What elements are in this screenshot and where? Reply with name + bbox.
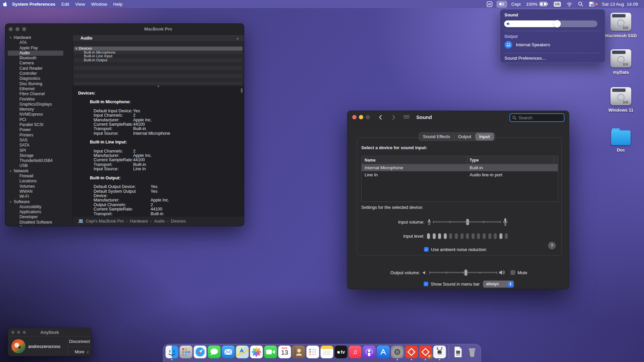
menu-app-name[interactable]: System Preferences [12,2,55,7]
table-header[interactable]: Name Type [362,156,558,164]
dock-gripper-icon[interactable] [433,346,446,358]
table-row-line-in[interactable]: Line InAudio line-in port [362,171,558,178]
ambient-noise-checkbox[interactable]: ✓ [424,247,429,252]
sidebar-item-wi-fi[interactable]: Wi-Fi [5,194,72,199]
popover-volume-slider[interactable] [504,20,597,27]
sidebar-item-firewall[interactable]: Firewall [5,174,72,179]
mute-checkbox[interactable]: ✓ [511,270,515,275]
sidebar-item-sas[interactable]: SAS [5,138,72,143]
column-name[interactable]: Name [365,156,376,164]
sidebar-item-audio[interactable]: Audio [5,51,72,56]
sidebar-item-apple-pay[interactable]: Apple Pay [5,46,72,51]
sidebar-item-volumes[interactable]: Volumes [5,184,72,189]
dock-music-icon[interactable]: ♫ [349,346,362,358]
dock-mail-icon[interactable] [222,346,235,358]
sidebar-item-disabled-software[interactable]: Disabled Software [5,220,72,225]
help-button[interactable]: ? [548,242,556,249]
zoom-button[interactable] [22,27,26,31]
anydesk-status-item[interactable] [484,0,495,8]
tab-output[interactable]: Output [454,133,475,140]
sound-titlebar[interactable]: Sound [347,111,569,124]
dock-system-preferences-icon[interactable]: ⚙ [391,346,404,358]
user-menu[interactable]: Cepi [508,0,523,8]
input-volume-slider[interactable] [433,218,500,226]
dock-reminders-icon[interactable] [307,346,319,358]
disconnect-button[interactable]: Disconnect [68,337,91,347]
output-device-item[interactable]: Internal Speakers [504,40,550,49]
output-volume-knob[interactable] [465,269,468,276]
column-type[interactable]: Type [470,156,479,164]
sidebar-item-spi[interactable]: SPI [5,148,72,153]
dock-finder-icon[interactable] [166,346,178,358]
dock-safari-icon[interactable] [194,346,207,358]
sidebar-item-disc-burning[interactable]: Disc Burning [5,81,72,86]
dock-maps-icon[interactable] [236,346,249,358]
details-scrollbar[interactable] [241,88,243,93]
popover-volume-knob[interactable] [553,20,561,27]
dock-anydesk-icon[interactable] [405,346,418,358]
show-all-grid-icon[interactable] [404,115,409,119]
dock-facetime-icon[interactable] [264,346,277,358]
desktop-icon-doc[interactable]: Doc [602,128,639,153]
apple-menu[interactable] [0,1,10,7]
close-button[interactable] [9,27,13,31]
anydesk-titlebar[interactable]: AnyDesk [8,328,91,337]
menu-view[interactable]: View [75,2,85,7]
sidebar-item-fibre-channel[interactable]: Fibre Channel [5,92,72,97]
sidebar-item-printers[interactable]: Printers [5,133,72,138]
sidebar-item-locations[interactable]: Locations [5,179,72,184]
sidebar-item-diagnostics[interactable]: Diagnostics [5,76,72,81]
menu-edit[interactable]: Edit [61,2,69,7]
search-field[interactable] [509,113,565,122]
sysinfo-titlebar[interactable]: MacBook Pro [5,24,244,35]
sidebar-item-storage[interactable]: Storage [5,153,72,158]
menu-help[interactable]: Help [113,2,122,7]
more-button[interactable]: More ∨ [68,347,91,357]
sidebar-item-extensions[interactable]: Extensions [5,225,72,226]
zoom-button[interactable] [366,115,370,119]
tree-row-built-in-output[interactable]: Built-in Output [74,58,243,62]
sidebar-item-controller[interactable]: Controller [5,71,72,76]
dock-notes-icon[interactable] [321,346,333,358]
sidebar-item-parallel-scsi[interactable]: Parallel SCSI [5,122,72,127]
tree-row-devices[interactable]: ∨Devices [74,47,243,51]
desktop-icon-mydata[interactable]: myData [602,49,639,75]
sidebar-section-hardware[interactable]: ∨Hardware [5,35,72,40]
close-button[interactable] [352,115,357,119]
dock-appletv-icon[interactable]: tv [335,346,347,358]
sidebar-section-network[interactable]: ∨Network [5,169,72,174]
dock-podcasts-icon[interactable] [363,346,376,358]
sidebar-item-firewire[interactable]: FireWire [5,97,72,102]
minimize-button[interactable] [359,115,363,119]
tab-sound-effects[interactable]: Sound Effects [419,133,454,140]
control-center-item[interactable] [586,0,599,8]
search-input[interactable] [518,115,562,121]
menu-bar-visibility-select[interactable]: always [483,281,514,288]
sidebar-item-nvmexpress[interactable]: NVMExpress [5,112,72,117]
keyboard-layout-item[interactable]: US [551,0,564,8]
forward-button[interactable] [390,114,396,120]
back-button[interactable] [378,114,384,120]
desktop-icon-macintosh-ssd[interactable]: Macintosh SSD [602,13,639,38]
audio-section-header[interactable]: Audio ∧ [73,35,244,42]
desktop-icon-windows-11[interactable]: Windows 11 [602,87,639,113]
spotlight-item[interactable] [575,0,586,8]
tab-input[interactable]: Input [475,133,494,140]
sidebar-item-accessibility[interactable]: Accessibility [5,204,72,209]
sidebar-item-thunderbolt-usb4[interactable]: Thunderbolt/USB4 [5,158,72,163]
dock-anydesk-session-icon[interactable] [419,346,432,358]
sidebar-item-camera[interactable]: Camera [5,61,72,66]
collapse-chevron-icon[interactable]: ∧ [236,35,239,42]
minimize-button[interactable] [17,331,20,334]
sidebar-item-power[interactable]: Power [5,127,72,132]
minimize-button[interactable] [15,27,19,31]
sidebar-item-sata[interactable]: SATA [5,143,72,148]
sidebar-item-usb[interactable]: USB [5,163,72,168]
volume-status-item[interactable] [495,0,508,8]
battery-item[interactable]: 100% [523,0,551,8]
dock-messages-icon[interactable] [208,346,221,358]
sidebar-item-card-reader[interactable]: Card Reader [5,66,72,71]
sidebar-item-graphics-displays[interactable]: Graphics/Displays [5,102,72,107]
sidebar-section-software[interactable]: ∨Software [5,199,72,204]
dock-photos-icon[interactable] [250,346,263,358]
